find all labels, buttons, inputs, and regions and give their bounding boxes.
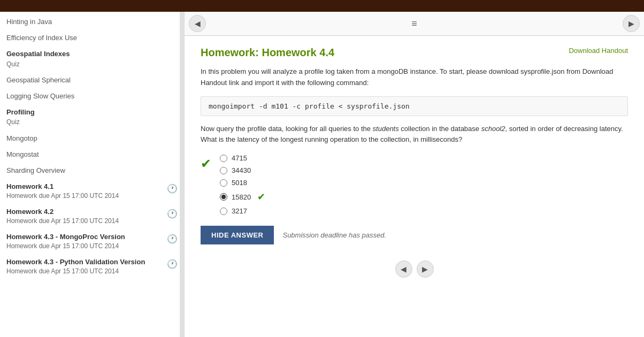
submission-note: Submission deadline has passed. — [282, 231, 386, 239]
option-label-4715: 4715 — [232, 154, 247, 162]
option-34430: 34430 — [220, 166, 265, 174]
sidebar-scrollbar[interactable] — [180, 12, 184, 337]
top-bar — [0, 0, 644, 12]
option-label-3217: 3217 — [232, 207, 247, 215]
radio-34430[interactable] — [220, 167, 227, 174]
radio-5018[interactable] — [220, 179, 227, 187]
sidebar-item-geospatial-indexes[interactable]: Geospatial Indexes Quiz — [0, 46, 184, 72]
sidebar-item-sharding-overview[interactable]: Sharding Overview — [0, 163, 184, 179]
clock-icon-hw43-mongo: 🕐 — [167, 233, 178, 245]
homework-header: Homework: Homework 4.4 Download Handout — [201, 47, 628, 59]
main-content: ◀ ≡ ▶ Homework: Homework 4.4 Download Ha… — [185, 12, 644, 337]
sidebar-item-hw43-python[interactable]: Homework 4.3 - Python Validation Version… — [0, 254, 184, 279]
prev-button[interactable]: ◀ — [189, 15, 206, 32]
radio-4715[interactable] — [220, 155, 227, 162]
question-text: Now query the profile data, looking for … — [201, 124, 628, 146]
bottom-prev-button[interactable]: ◀ — [395, 261, 412, 278]
radio-15820[interactable] — [220, 193, 227, 201]
clock-icon-hw41: 🕐 — [167, 183, 178, 195]
bottom-next-button[interactable]: ▶ — [417, 261, 434, 278]
options-list: 4715 34430 5018 15820 ✔ — [220, 154, 265, 215]
answers-section: ✔ 4715 34430 5018 — [201, 154, 628, 215]
sidebar-item-mongotop[interactable]: Mongotop — [0, 131, 184, 147]
nav-bar: ◀ ≡ ▶ — [185, 12, 644, 36]
option-label-5018: 5018 — [232, 179, 247, 187]
action-row: HIDE ANSWER Submission deadline has pass… — [201, 226, 628, 244]
download-handout-link[interactable]: Download Handout — [569, 47, 628, 55]
option-4715: 4715 — [220, 154, 265, 162]
hide-answer-button[interactable]: HIDE ANSWER — [201, 226, 274, 244]
sidebar-item-hw42[interactable]: Homework 4.2 Homework due Apr 15 17:00 U… — [0, 204, 184, 229]
bottom-nav: ◀ ▶ — [201, 255, 628, 283]
option-15820: 15820 ✔ — [220, 191, 265, 203]
homework-title: Homework: Homework 4.4 — [201, 47, 334, 59]
code-block: mongoimport -d m101 -c profile < sysprof… — [201, 96, 628, 116]
content-area: Homework: Homework 4.4 Download Handout … — [185, 36, 644, 294]
option-correct-checkmark: ✔ — [257, 191, 265, 203]
sidebar-item-mongostat[interactable]: Mongostat — [0, 147, 184, 163]
sidebar-item-geospatial-spherical[interactable]: Geospatial Spherical — [0, 72, 184, 88]
homework-description: In this problem you will analyze a profi… — [201, 66, 628, 89]
sidebar-item-efficiency-index[interactable]: Efficiency of Index Use — [0, 30, 184, 46]
option-5018: 5018 — [220, 179, 265, 187]
sidebar-item-profiling[interactable]: Profiling Quiz — [0, 104, 184, 130]
sidebar-item-logging-slow[interactable]: Logging Slow Queries — [0, 88, 184, 104]
clock-icon-hw42: 🕐 — [167, 208, 178, 220]
sidebar-item-hinting-java[interactable]: Hinting in Java — [0, 14, 184, 30]
next-button[interactable]: ▶ — [623, 15, 640, 32]
option-3217: 3217 — [220, 207, 265, 215]
clock-icon-hw43-python: 🕐 — [167, 258, 178, 270]
sidebar-item-hw43-mongo[interactable]: Homework 4.3 - MongoProc Version Homewor… — [0, 229, 184, 254]
option-label-34430: 34430 — [232, 166, 251, 174]
option-label-15820: 15820 — [232, 193, 251, 201]
main-layout: Hinting in Java Efficiency of Index Use … — [0, 12, 644, 337]
radio-3217[interactable] — [220, 208, 227, 215]
sidebar-item-hw41[interactable]: Homework 4.1 Homework due Apr 15 17:00 U… — [0, 179, 184, 204]
correct-checkmark: ✔ — [201, 156, 211, 171]
sidebar: Hinting in Java Efficiency of Index Use … — [0, 12, 185, 337]
list-icon: ≡ — [210, 18, 618, 29]
